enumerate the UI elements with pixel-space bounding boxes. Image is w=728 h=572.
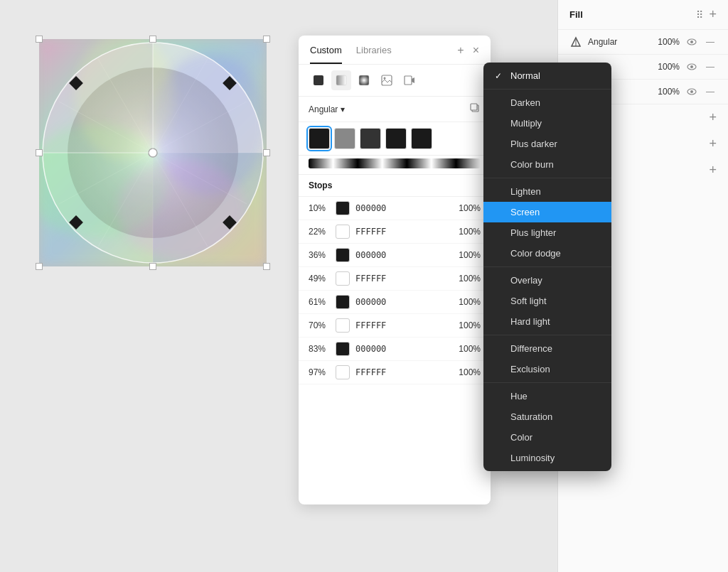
stops-container: 10%000000100%22%FFFFFF100%36%000000100%4…: [299, 197, 491, 384]
blend-group-1: DarkenMultiplyPlus darkerColor burn: [483, 90, 611, 178]
blend-group-5: HueSaturationColorLuminosity: [483, 383, 611, 471]
stop-row-5[interactable]: 70%FFFFFF100%: [299, 314, 491, 338]
swatch-2[interactable]: [334, 128, 355, 149]
blend-item-color-dodge[interactable]: Color dodge: [483, 243, 611, 264]
angular-arrow[interactable]: ▾: [341, 104, 345, 114]
add-fill-icon[interactable]: +: [709, 7, 717, 22]
stop-row-1[interactable]: 22%FFFFFF100%: [299, 220, 491, 244]
handle-bottom-left[interactable]: [36, 263, 43, 270]
blend-item-exclusion[interactable]: Exclusion: [483, 359, 611, 379]
grid-icon[interactable]: ⠿: [696, 9, 703, 21]
stop-row-7[interactable]: 97%FFFFFF100%: [299, 361, 491, 384]
blend-label-color: Color: [510, 432, 532, 443]
swatch-4[interactable]: [385, 128, 407, 149]
blend-label-difference: Difference: [510, 343, 552, 354]
svg-rect-34: [359, 75, 369, 85]
stop-color-3[interactable]: [336, 271, 350, 286]
color-swatches: [299, 122, 491, 156]
blend-group-2: LightenScreenPlus lighterColor dodge: [483, 178, 611, 267]
gradient-svg: [39, 39, 267, 266]
stop-row-0[interactable]: 10%000000100%: [299, 197, 491, 220]
stop-hex-2: 000000: [355, 250, 450, 260]
stop-pct-6: 83%: [309, 344, 330, 354]
blend-item-hue[interactable]: Hue: [483, 386, 611, 406]
fill-type-video[interactable]: [400, 70, 419, 90]
fill-type-image[interactable]: [377, 70, 397, 90]
svg-rect-35: [382, 75, 392, 85]
handle-middle-left[interactable]: [36, 149, 43, 156]
blend-item-luminosity[interactable]: Luminosity: [483, 448, 611, 468]
fill-type-icons: [309, 70, 419, 90]
handle-top-right[interactable]: [263, 36, 270, 43]
stop-pct-3: 49%: [309, 274, 330, 284]
swatch-5[interactable]: [411, 128, 432, 149]
fill-row-1[interactable]: Angular 100% —: [558, 30, 728, 55]
copy-btn[interactable]: [469, 102, 481, 116]
fill-type-radial[interactable]: [354, 70, 374, 90]
fill-eye-1[interactable]: [685, 36, 698, 48]
swatch-3[interactable]: [360, 128, 381, 149]
stop-color-4[interactable]: [336, 295, 350, 309]
stop-row-2[interactable]: 36%000000100%: [299, 244, 491, 267]
fill-remove-2[interactable]: —: [704, 60, 717, 73]
add-section-btn-2[interactable]: +: [709, 136, 717, 151]
blend-dropdown: ✓NormalDarkenMultiplyPlus darkerColor bu…: [483, 63, 611, 471]
fill-remove-3[interactable]: —: [704, 85, 717, 98]
stop-pct-4: 61%: [309, 297, 330, 307]
blend-item-plus-lighter[interactable]: Plus lighter: [483, 222, 611, 243]
stop-color-6[interactable]: [336, 342, 350, 356]
fill-type-linear[interactable]: [331, 70, 351, 90]
close-btn[interactable]: ×: [473, 44, 479, 57]
add-section-btn-1[interactable]: +: [709, 110, 717, 125]
blend-item-plus-darker[interactable]: Plus darker: [483, 134, 611, 154]
fill-eye-2[interactable]: [685, 60, 698, 73]
blend-item-soft-light[interactable]: Soft light: [483, 291, 611, 311]
blend-label-saturation: Saturation: [510, 411, 552, 422]
blend-item-multiply[interactable]: Multiply: [483, 113, 611, 134]
blend-item-overlay[interactable]: Overlay: [483, 270, 611, 291]
handle-middle-right[interactable]: [263, 149, 270, 156]
stop-color-7[interactable]: [336, 365, 350, 379]
handle-bottom-right[interactable]: [263, 263, 270, 270]
fill-type-icon-angular: [569, 36, 582, 48]
handle-top-left[interactable]: [36, 36, 43, 43]
handle-top-middle[interactable]: [149, 36, 156, 43]
angular-text: Angular: [309, 104, 338, 114]
blend-item-screen[interactable]: Screen: [483, 202, 611, 222]
blend-group-0: ✓Normal: [483, 63, 611, 90]
stop-color-2[interactable]: [336, 248, 350, 262]
fill-type-solid[interactable]: [309, 70, 328, 90]
stop-color-5[interactable]: [336, 318, 350, 333]
fill-eye-3[interactable]: [685, 85, 698, 98]
blend-item-lighten[interactable]: Lighten: [483, 181, 611, 202]
swatch-1[interactable]: [309, 128, 330, 149]
blend-item-hard-light[interactable]: Hard light: [483, 311, 611, 332]
stop-row-6[interactable]: 83%000000100%: [299, 338, 491, 361]
stop-hex-3: FFFFFF: [355, 274, 450, 284]
blend-item-normal[interactable]: ✓Normal: [483, 65, 611, 86]
blend-group-4: DifferenceExclusion: [483, 335, 611, 383]
tab-actions: + ×: [457, 44, 479, 64]
blend-item-difference[interactable]: Difference: [483, 338, 611, 359]
fill-opacity-3: 100%: [655, 87, 680, 97]
stop-row-3[interactable]: 49%FFFFFF100%: [299, 267, 491, 291]
add-btn[interactable]: +: [457, 44, 464, 57]
stop-color-1[interactable]: [336, 225, 350, 239]
stop-color-0[interactable]: [336, 201, 350, 215]
blend-item-darken[interactable]: Darken: [483, 92, 611, 113]
add-section-btn-3[interactable]: +: [709, 163, 717, 178]
blend-item-color[interactable]: Color: [483, 427, 611, 448]
gradient-bar[interactable]: [309, 158, 481, 168]
main-panel: Custom Libraries + ×: [299, 36, 491, 504]
tab-custom[interactable]: Custom: [310, 45, 342, 64]
blend-item-saturation[interactable]: Saturation: [483, 406, 611, 427]
canvas-object[interactable]: [39, 39, 267, 266]
tab-libraries[interactable]: Libraries: [356, 45, 392, 64]
fill-remove-1[interactable]: —: [704, 36, 717, 48]
stop-pct-2: 36%: [309, 250, 330, 260]
stop-row-4[interactable]: 61%000000100%: [299, 291, 491, 314]
panel-tabs: Custom Libraries + ×: [299, 36, 491, 65]
stop-pct-5: 70%: [309, 320, 330, 330]
blend-item-color-burn[interactable]: Color burn: [483, 154, 611, 175]
handle-bottom-middle[interactable]: [149, 263, 156, 270]
